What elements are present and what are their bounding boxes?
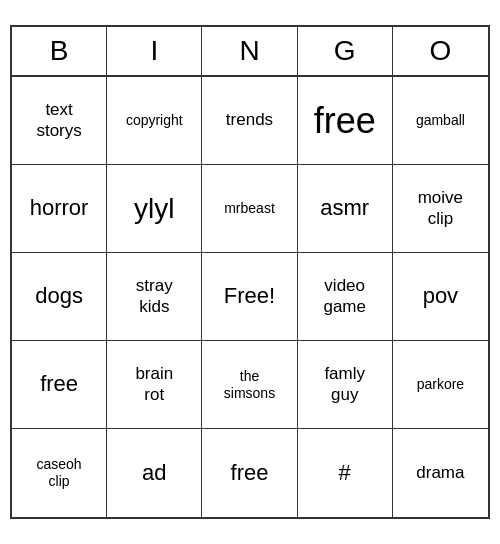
bingo-cell: Free!: [202, 253, 297, 341]
bingo-cell-text: brain rot: [135, 364, 173, 405]
bingo-cell: copyright: [107, 77, 202, 165]
bingo-cell-text: ad: [142, 460, 166, 486]
bingo-cell-text: free: [314, 99, 376, 142]
bingo-cell-text: asmr: [320, 195, 369, 221]
bingo-cell-text: stray kids: [136, 276, 173, 317]
bingo-cell: caseoh clip: [12, 429, 107, 517]
bingo-grid: text storyscopyrighttrendsfreegamballhor…: [12, 77, 488, 517]
bingo-cell: free: [298, 77, 393, 165]
bingo-cell-text: moive clip: [418, 188, 463, 229]
bingo-cell: ylyl: [107, 165, 202, 253]
bingo-cell-text: pov: [423, 283, 458, 309]
bingo-cell-text: drama: [416, 463, 464, 483]
bingo-cell-text: trends: [226, 110, 273, 130]
bingo-cell: horror: [12, 165, 107, 253]
bingo-cell-text: ylyl: [134, 192, 174, 226]
bingo-cell: ad: [107, 429, 202, 517]
bingo-cell-text: dogs: [35, 283, 83, 309]
bingo-cell: gamball: [393, 77, 488, 165]
bingo-header-letter: B: [12, 27, 107, 75]
bingo-cell-text: the simsons: [224, 368, 275, 402]
bingo-cell-text: copyright: [126, 112, 183, 129]
bingo-header-letter: O: [393, 27, 488, 75]
bingo-card: BINGO text storyscopyrighttrendsfreegamb…: [10, 25, 490, 519]
bingo-header-letter: I: [107, 27, 202, 75]
bingo-cell: free: [202, 429, 297, 517]
bingo-cell: drama: [393, 429, 488, 517]
bingo-cell-text: video game: [323, 276, 366, 317]
bingo-cell: stray kids: [107, 253, 202, 341]
bingo-cell: brain rot: [107, 341, 202, 429]
bingo-cell-text: parkore: [417, 376, 464, 393]
bingo-cell-text: famly guy: [324, 364, 365, 405]
bingo-cell: video game: [298, 253, 393, 341]
bingo-cell: dogs: [12, 253, 107, 341]
bingo-header-letter: G: [298, 27, 393, 75]
bingo-cell: famly guy: [298, 341, 393, 429]
bingo-cell-text: #: [339, 460, 351, 486]
bingo-cell: asmr: [298, 165, 393, 253]
bingo-cell: moive clip: [393, 165, 488, 253]
bingo-cell-text: text storys: [36, 100, 81, 141]
bingo-cell: mrbeast: [202, 165, 297, 253]
bingo-cell-text: free: [40, 371, 78, 397]
bingo-cell-text: caseoh clip: [37, 456, 82, 490]
bingo-cell-text: mrbeast: [224, 200, 275, 217]
bingo-cell: free: [12, 341, 107, 429]
bingo-header-letter: N: [202, 27, 297, 75]
bingo-cell-text: horror: [30, 195, 89, 221]
bingo-cell: parkore: [393, 341, 488, 429]
bingo-cell: the simsons: [202, 341, 297, 429]
bingo-cell: #: [298, 429, 393, 517]
bingo-cell: text storys: [12, 77, 107, 165]
bingo-cell-text: Free!: [224, 283, 275, 309]
bingo-cell-text: free: [231, 460, 269, 486]
bingo-header: BINGO: [12, 27, 488, 77]
bingo-cell: trends: [202, 77, 297, 165]
bingo-cell: pov: [393, 253, 488, 341]
bingo-cell-text: gamball: [416, 112, 465, 129]
